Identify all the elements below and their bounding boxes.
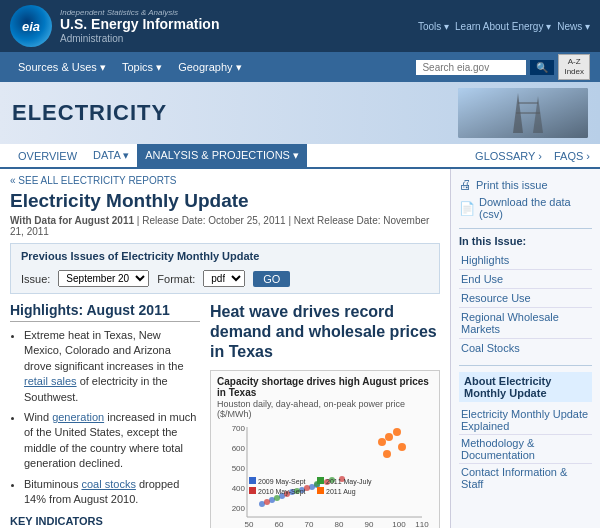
key-indicators-title: KEY INDICATORS [10,515,200,527]
svg-text:70: 70 [305,520,314,528]
svg-text:60: 60 [275,520,284,528]
chart-area: 700 600 500 400 200 50 60 70 80 90 100 [217,422,433,528]
news-link[interactable]: News ▾ [557,21,590,32]
format-select[interactable]: pdf [203,270,245,287]
svg-text:400: 400 [232,484,246,493]
list-item: Coal Stocks [459,339,592,357]
svg-text:2011 May-July: 2011 May-July [326,478,372,486]
sidebar-actions: 🖨 Print this issue 📄 Download the data (… [459,177,592,220]
svg-text:80: 80 [335,520,344,528]
two-col-layout: Highlights: August 2011 Extreme heat in … [10,302,440,528]
svg-rect-44 [317,477,324,484]
search-button[interactable]: 🔍 [530,60,554,75]
learn-link[interactable]: Learn About Energy ▾ [455,21,551,32]
about-title: About Electricity Monthly Update [459,372,592,402]
svg-text:50: 50 [245,520,254,528]
analysis-tab[interactable]: ANALYSIS & PROJECTIONS ▾ [137,144,307,167]
svg-rect-46 [317,487,324,494]
sub-nav: OVERVIEW DATA ▾ ANALYSIS & PROJECTIONS ▾… [0,144,600,169]
page-subtitle: With Data for August 2011 | Release Date… [10,215,440,237]
svg-point-38 [398,443,406,451]
article-col: Heat wave drives record demand and whole… [210,302,440,528]
sidebar: 🖨 Print this issue 📄 Download the data (… [450,169,600,528]
data-tab[interactable]: DATA ▾ [85,144,137,167]
go-button[interactable]: GO [253,271,290,287]
download-label: Download the data (csv) [479,196,592,220]
content-area: « SEE ALL ELECTRICITY REPORTS Electricit… [0,169,600,528]
section-title: ELECTRICITY [12,100,458,126]
print-icon: 🖨 [459,177,472,192]
highlights-col: Highlights: August 2011 Extreme heat in … [10,302,200,528]
about-link-1[interactable]: Electricity Monthly Update Explained [459,406,592,435]
download-link[interactable]: 📄 Download the data (csv) [459,196,592,220]
search-input[interactable] [416,60,526,75]
svg-text:2011 Aug: 2011 Aug [326,488,356,496]
svg-point-36 [385,433,393,441]
svg-point-31 [274,495,280,501]
svg-text:110: 110 [415,520,429,528]
list-item: Highlights [459,251,592,270]
dept-name: Administration [60,33,219,44]
about-link-3[interactable]: Contact Information & Staff [459,464,592,492]
in-this-issue-title: In this Issue: [459,235,592,247]
section-header: ELECTRICITY [0,82,600,144]
svg-point-26 [264,499,270,505]
main-content: « SEE ALL ELECTRICITY REPORTS Electricit… [0,169,450,528]
list-item: End Use [459,270,592,289]
svg-text:90: 90 [365,520,374,528]
tools-link[interactable]: Tools ▾ [418,21,449,32]
highlights-list: Extreme heat in Texas, New Mexico, Color… [10,328,200,507]
glossary-link[interactable]: GLOSSARY › [475,150,542,162]
svg-text:100: 100 [392,520,406,528]
format-label: Format: [157,273,195,285]
print-link[interactable]: 🖨 Print this issue [459,177,592,192]
list-item: Resource Use [459,289,592,308]
svg-rect-42 [249,487,256,494]
org-name: U.S. Energy Information [60,17,219,32]
article-title: Heat wave drives record demand and whole… [210,302,440,362]
chart-box: Capacity shortage drives high August pri… [210,370,440,528]
svg-text:700: 700 [232,424,246,433]
svg-text:600: 600 [232,444,246,453]
eia-logo: eia [10,5,52,47]
about-link-2[interactable]: Methodology & Documentation [459,435,592,464]
svg-point-39 [383,450,391,458]
svg-text:200: 200 [232,504,246,513]
svg-text:500: 500 [232,464,246,473]
geography-link[interactable]: Geography ▾ [170,52,249,82]
faqs-link[interactable]: FAQS › [554,150,590,162]
topics-link[interactable]: Topics ▾ [114,52,170,82]
issue-select[interactable]: September 20 [58,270,149,287]
az-index[interactable]: A-ZIndex [558,54,590,81]
release-date: Release Date: October 25, 2011 [142,215,285,226]
chart-subtitle: Houston daily, day-ahead, on-peak power … [217,399,433,419]
prev-issues-box: Previous Issues of Electricity Monthly U… [10,243,440,294]
chart-title: Capacity shortage drives high August pri… [217,376,433,398]
sources-uses-link[interactable]: Sources & Uses ▾ [10,52,114,82]
print-label: Print this issue [476,179,548,191]
issue-label: Issue: [21,273,50,285]
sidebar-divider-2 [459,365,592,366]
download-icon: 📄 [459,201,475,216]
svg-text:2009 May-Sept: 2009 May-Sept [258,478,306,486]
see-all-link[interactable]: « SEE ALL ELECTRICITY REPORTS [10,175,440,186]
highlights-title: Highlights: August 2011 [10,302,200,322]
svg-point-35 [378,438,386,446]
in-this-issue-section: In this Issue: Highlights End Use Resour… [459,235,592,357]
about-section: About Electricity Monthly Update Electri… [459,372,592,492]
prev-issues-title: Previous Issues of Electricity Monthly U… [21,250,429,262]
list-item: Regional Wholesale Markets [459,308,592,339]
in-this-issue-list: Highlights End Use Resource Use Regional… [459,251,592,357]
svg-rect-40 [249,477,256,484]
highlight-item-1: Extreme heat in Texas, New Mexico, Color… [24,328,200,405]
site-header: eia Independent Statistics & Analysis U.… [0,0,600,82]
highlight-item-2: Wind generation increased in much of the… [24,410,200,472]
svg-text:2010 May-Sept: 2010 May-Sept [258,488,306,496]
highlight-item-3: Bituminous coal stocks dropped 14% from … [24,477,200,508]
page-title: Electricity Monthly Update [10,190,440,212]
sidebar-divider-1 [459,228,592,229]
section-image [458,88,588,138]
svg-point-37 [393,428,401,436]
overview-tab[interactable]: OVERVIEW [10,145,85,167]
org-info: Independent Statistics & Analysis U.S. E… [60,8,219,43]
